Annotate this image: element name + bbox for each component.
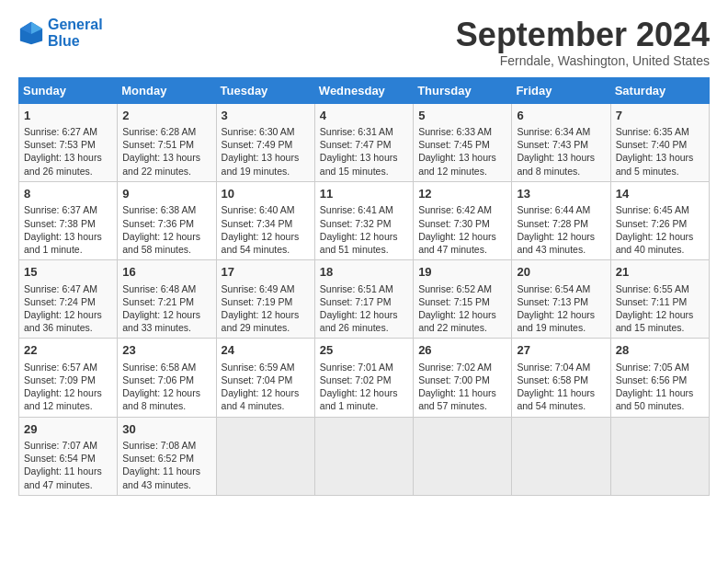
day-info-line: Sunrise: 7:05 AM [616,361,704,373]
calendar-cell [314,417,413,495]
col-monday: Monday [118,77,216,103]
day-info-line: Sunrise: 6:37 AM [24,203,112,216]
day-info-line: Sunset: 7:53 PM [24,138,112,151]
day-info-line: Daylight: 13 hours [222,151,310,164]
day-info-line: Sunrise: 6:40 AM [222,203,310,216]
day-info-line: Sunset: 7:06 PM [122,373,210,386]
day-info-line: Sunset: 7:00 PM [418,373,506,386]
day-info-line: and 36 minutes. [24,321,112,334]
calendar-cell [512,417,610,495]
day-info-line: Sunset: 7:47 PM [320,138,408,151]
day-info-line: Sunset: 7:30 PM [418,217,506,230]
day-info-line: Sunset: 7:49 PM [222,138,310,151]
day-info-line: Sunset: 7:17 PM [320,295,408,308]
day-info-line: Sunset: 7:51 PM [122,138,210,151]
day-info-line: Daylight: 13 hours [320,151,408,164]
day-info-line: Sunset: 7:45 PM [418,138,506,151]
calendar-cell: 2Sunrise: 6:28 AMSunset: 7:51 PMDaylight… [118,103,216,181]
day-info-line: and 5 minutes. [616,165,704,178]
day-info-line: and 1 minute. [24,243,112,256]
day-number: 7 [616,108,704,124]
day-info-line: and 15 minutes. [616,321,704,334]
day-info-line: Sunset: 6:54 PM [24,452,112,465]
day-info-line: Daylight: 12 hours [24,308,112,321]
day-number: 16 [122,264,210,281]
calendar-cell: 23Sunrise: 6:58 AMSunset: 7:06 PMDayligh… [118,339,216,417]
day-info-line: Sunset: 7:28 PM [517,217,605,230]
day-info-line: Sunrise: 6:33 AM [418,125,506,138]
logo-icon [18,20,44,46]
day-info-line: Sunrise: 6:30 AM [222,125,310,138]
day-info-line: Sunset: 7:26 PM [616,217,704,230]
day-info-line: Sunrise: 7:08 AM [122,439,210,452]
day-info-line: and 54 minutes. [222,243,310,256]
calendar-cell: 13Sunrise: 6:44 AMSunset: 7:28 PMDayligh… [512,181,610,259]
calendar-cell: 10Sunrise: 6:40 AMSunset: 7:34 PMDayligh… [216,181,314,259]
col-tuesday: Tuesday [216,77,314,103]
day-info-line: Daylight: 13 hours [517,151,605,164]
day-info-line: Daylight: 12 hours [222,308,310,321]
day-number: 15 [24,264,112,281]
col-wednesday: Wednesday [314,77,413,103]
calendar-cell: 19Sunrise: 6:52 AMSunset: 7:15 PMDayligh… [414,260,512,339]
day-info-line: Sunset: 7:02 PM [320,373,408,386]
day-info-line: and 26 minutes. [24,165,112,178]
day-number: 23 [122,342,210,359]
day-number: 22 [24,342,112,359]
col-thursday: Thursday [414,77,512,103]
day-info-line: Sunrise: 6:49 AM [222,282,310,295]
day-info-line: and 22 minutes. [418,321,506,334]
day-number: 27 [517,342,605,359]
day-info-line: Sunset: 7:13 PM [517,295,605,308]
day-info-line: and 29 minutes. [222,321,310,334]
day-info-line: and 57 minutes. [418,399,506,412]
day-info-line: Sunrise: 6:55 AM [616,282,704,295]
calendar-cell: 20Sunrise: 6:54 AMSunset: 7:13 PMDayligh… [512,260,610,339]
calendar-cell: 14Sunrise: 6:45 AMSunset: 7:26 PMDayligh… [610,181,709,259]
day-info-line: Sunrise: 6:47 AM [24,282,112,295]
day-info-line: Sunset: 7:24 PM [24,295,112,308]
day-number: 30 [122,421,210,438]
day-info-line: Daylight: 12 hours [320,230,408,243]
day-number: 12 [418,186,506,202]
day-number: 13 [517,186,605,202]
calendar-week-2: 8Sunrise: 6:37 AMSunset: 7:38 PMDaylight… [19,181,710,259]
day-info-line: Sunrise: 6:51 AM [320,282,408,295]
day-info-line: and 54 minutes. [517,399,605,412]
calendar-cell: 18Sunrise: 6:51 AMSunset: 7:17 PMDayligh… [314,260,413,339]
day-info-line: Sunrise: 6:48 AM [122,282,210,295]
col-saturday: Saturday [610,77,709,103]
calendar-cell: 1Sunrise: 6:27 AMSunset: 7:53 PMDaylight… [19,103,118,181]
day-info-line: Daylight: 12 hours [418,230,506,243]
day-number: 11 [320,186,408,202]
day-info-line: Sunset: 7:04 PM [222,373,310,386]
day-info-line: Daylight: 13 hours [24,151,112,164]
day-info-line: Sunrise: 7:02 AM [418,361,506,373]
day-info-line: and 8 minutes. [517,165,605,178]
calendar-cell [216,417,314,495]
calendar-cell: 3Sunrise: 6:30 AMSunset: 7:49 PMDaylight… [216,103,314,181]
day-info-line: Daylight: 11 hours [517,386,605,399]
day-info-line: and 40 minutes. [616,243,704,256]
day-info-line: and 50 minutes. [616,399,704,412]
day-info-line: and 1 minute. [320,399,408,412]
day-info-line: and 8 minutes. [122,399,210,412]
logo-text: General Blue [48,17,103,49]
day-info-line: and 47 minutes. [418,243,506,256]
calendar-cell: 7Sunrise: 6:35 AMSunset: 7:40 PMDaylight… [610,103,709,181]
calendar-cell: 12Sunrise: 6:42 AMSunset: 7:30 PMDayligh… [414,181,512,259]
calendar-cell: 8Sunrise: 6:37 AMSunset: 7:38 PMDaylight… [19,181,118,259]
calendar-cell: 4Sunrise: 6:31 AMSunset: 7:47 PMDaylight… [314,103,413,181]
day-info-line: Daylight: 12 hours [122,386,210,399]
day-info-line: Daylight: 11 hours [24,465,112,477]
logo: General Blue [18,17,103,49]
day-info-line: Daylight: 12 hours [122,308,210,321]
day-number: 21 [616,264,704,281]
day-info-line: Sunset: 7:43 PM [517,138,605,151]
day-info-line: Sunset: 7:09 PM [24,373,112,386]
day-info-line: Sunset: 6:58 PM [517,373,605,386]
day-info-line: Sunset: 7:15 PM [418,295,506,308]
day-info-line: and 43 minutes. [122,478,210,491]
day-info-line: Sunrise: 6:42 AM [418,203,506,216]
day-info-line: Sunrise: 6:41 AM [320,203,408,216]
